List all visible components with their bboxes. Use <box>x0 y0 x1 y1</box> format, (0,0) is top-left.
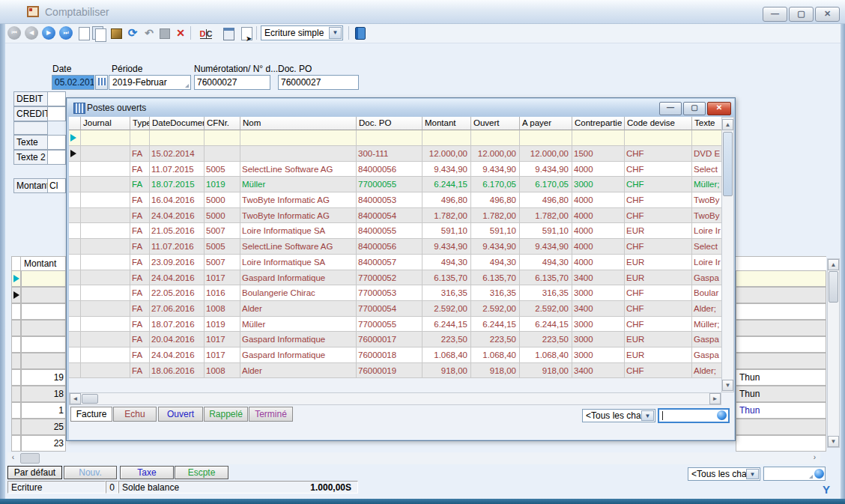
bg-row[interactable] <box>11 336 66 353</box>
po-filter-row[interactable] <box>69 130 721 146</box>
table-row[interactable]: FA24.04.20165000TwoByte Informatic AG840… <box>69 208 721 224</box>
table-row[interactable]: FA22.05.20161016Boulangerie Chirac770000… <box>69 285 721 301</box>
vscroll-thumb[interactable] <box>723 132 733 196</box>
column-header[interactable]: Journal <box>81 117 130 130</box>
column-header[interactable]: Contrepartie <box>572 117 625 130</box>
table-row[interactable]: FA16.04.20165000TwoByte Informatic AG840… <box>69 192 721 208</box>
document-cursor-icon[interactable]: ➤ <box>239 25 254 40</box>
vscroll-thumb[interactable] <box>829 271 838 303</box>
debit-field[interactable] <box>47 91 66 106</box>
scroll-left-icon[interactable]: ◄ <box>70 393 81 404</box>
column-header[interactable]: Code devise <box>625 117 692 130</box>
table-row[interactable]: FA18.06.20161008Alder76000019918,00918,0… <box>69 363 721 379</box>
bg-row[interactable]: 18 <box>11 386 66 402</box>
bg-row[interactable] <box>736 419 826 435</box>
close-button[interactable]: ✕ <box>815 7 840 22</box>
tab-rappelé[interactable]: Rappelé <box>204 407 248 422</box>
scroll-left-icon[interactable]: ‹ <box>7 452 19 464</box>
tab-echu[interactable]: Echu <box>113 407 157 422</box>
hscroll-thumb[interactable] <box>20 453 40 464</box>
minimize-button[interactable]: — <box>763 7 787 22</box>
bg-filter-row-right[interactable] <box>736 270 826 287</box>
column-header[interactable]: A payer <box>520 117 572 130</box>
column-header[interactable]: CFNr. <box>205 117 240 130</box>
scroll-right-icon[interactable]: ► <box>709 393 721 404</box>
dialog-vscrollbar[interactable]: ▲ ▼ <box>721 117 734 392</box>
dialog-title-bar[interactable]: Postes ouverts — ▢ ✕ <box>67 99 734 117</box>
new-document-icon[interactable] <box>76 25 91 40</box>
column-header[interactable]: Montant <box>422 117 471 130</box>
chevron-down-icon[interactable]: ▼ <box>329 27 342 39</box>
footer-search-input[interactable] <box>763 467 826 481</box>
dialog-hscrollbar[interactable]: ◄ ► <box>69 392 721 405</box>
hscroll-thumb[interactable] <box>82 394 98 404</box>
bg-row[interactable]: Thun <box>736 369 826 386</box>
entry-mode-combo[interactable]: Ecriture simple ▼ <box>261 25 343 40</box>
column-header[interactable]: DateDocumen <box>150 117 205 130</box>
table-row[interactable]: FA23.09.20165007Loire Informatique SA840… <box>69 255 721 270</box>
table-row[interactable]: FA18.07.20161019Müller770000556.244,156.… <box>69 317 721 333</box>
scroll-up-icon[interactable]: ▲ <box>828 259 839 270</box>
properties-icon[interactable] <box>221 25 236 40</box>
calendar-button[interactable] <box>95 75 108 90</box>
globe-icon[interactable] <box>717 410 727 420</box>
dialog-restore-button[interactable]: ▢ <box>683 102 706 115</box>
scroll-down-icon[interactable]: ▼ <box>828 436 839 447</box>
texte2-field[interactable] <box>47 150 66 165</box>
bg-row[interactable]: 23 <box>11 435 66 452</box>
table-row[interactable]: FA27.06.20161008Alder770000542.592,002.5… <box>69 301 721 317</box>
globe-icon[interactable] <box>814 469 824 479</box>
docpo-field[interactable]: 76000027 <box>278 75 359 90</box>
main-vscrollbar[interactable]: ▲ ▼ <box>827 258 840 448</box>
column-header[interactable]: Ouvert <box>471 117 520 130</box>
bg-row[interactable]: 19 <box>11 369 66 386</box>
bg-row[interactable] <box>11 303 66 320</box>
scroll-up-icon[interactable]: ▲ <box>722 119 733 130</box>
table-row[interactable]: FA20.04.20161017Gaspard Informatique7600… <box>69 332 721 347</box>
bg-row[interactable]: 25 <box>11 419 66 435</box>
table-row[interactable]: FA18.07.20151019Müller770000556.244,156.… <box>69 177 721 192</box>
table-row[interactable]: FA11.07.20165005SelectLine Software AG84… <box>69 239 721 255</box>
dialog-close-button[interactable]: ✕ <box>707 102 731 115</box>
bg-row[interactable] <box>736 435 826 452</box>
table-row[interactable]: FA21.05.20165007Loire Informatique SA840… <box>69 223 721 239</box>
main-hscrollbar[interactable]: ‹ › <box>7 452 820 464</box>
dialog-minimize-button[interactable]: — <box>659 102 682 115</box>
delete-icon[interactable]: ✕ <box>173 25 188 40</box>
dialog-filter-combo[interactable]: <Tous les champ ▼ <box>582 409 655 422</box>
periode-combo[interactable]: 2019-Februar <box>109 75 191 90</box>
bg-row[interactable]: 1 <box>11 402 66 419</box>
last-record-icon[interactable]: ⏭ <box>59 26 73 40</box>
table-row[interactable]: FA24.04.20161017Gaspard Informatique7600… <box>69 347 721 363</box>
bg-row[interactable] <box>736 287 826 303</box>
credit-field[interactable] <box>47 106 66 121</box>
column-header[interactable]: Nom <box>240 117 357 130</box>
button-escpte[interactable]: Escpte <box>175 466 228 479</box>
restore-button[interactable]: ▢ <box>789 7 814 22</box>
refresh-icon[interactable]: ⟳ <box>125 25 140 40</box>
bg-row[interactable] <box>736 336 826 353</box>
filter-funnel-icon[interactable]: Y <box>823 483 830 496</box>
next-record-icon[interactable]: ▶ <box>42 26 55 40</box>
tab-facture[interactable]: Facture <box>70 407 112 422</box>
undo-icon[interactable]: ↶ <box>142 25 157 40</box>
bg-row[interactable] <box>736 303 826 320</box>
footer-filter-combo[interactable]: <Tous les champ ▼ <box>688 467 760 481</box>
tab-ouvert[interactable]: Ouvert <box>158 407 203 422</box>
package-icon[interactable] <box>109 25 124 40</box>
column-header[interactable]: Type <box>130 117 150 130</box>
bg-row[interactable] <box>736 353 826 369</box>
tab-terminé[interactable]: Terminé <box>249 407 293 422</box>
scroll-right-icon[interactable]: › <box>809 452 820 464</box>
button-taxe[interactable]: Taxe <box>120 466 174 479</box>
book-icon[interactable] <box>353 25 368 40</box>
texte-field[interactable] <box>47 135 66 150</box>
table-row[interactable]: FA24.04.20161017Gaspard Informatique7700… <box>69 270 721 286</box>
chevron-down-icon[interactable]: ▼ <box>641 410 654 421</box>
bg-row[interactable] <box>11 353 66 369</box>
numerotation-field[interactable]: 76000027 <box>194 75 270 90</box>
debit-credit-icon[interactable]: DC <box>197 25 215 40</box>
bg-row[interactable]: Thun <box>736 402 826 419</box>
bg-row[interactable]: Thun <box>736 386 826 402</box>
bg-row[interactable] <box>11 287 66 303</box>
